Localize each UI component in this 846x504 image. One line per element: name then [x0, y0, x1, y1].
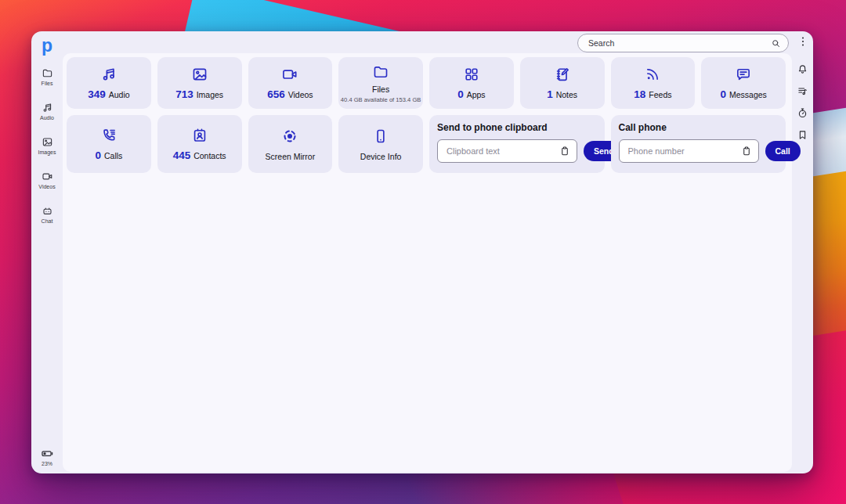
message-icon	[735, 66, 752, 83]
card-label: Apps	[467, 90, 486, 99]
sidebar-item-videos[interactable]: Videos	[38, 171, 55, 189]
battery-percent: 23%	[42, 461, 52, 466]
card-count: 713	[175, 88, 193, 100]
sidebar-item-images[interactable]: Images	[38, 136, 56, 155]
card-count: 0	[720, 88, 726, 100]
card-label: Feeds	[649, 90, 671, 99]
image-icon	[42, 136, 53, 148]
card-audio[interactable]: 349Audio	[67, 57, 151, 109]
playlist-music-icon	[797, 85, 808, 97]
app-logo: p	[42, 35, 52, 56]
right-sidebar	[792, 31, 813, 473]
sidebar-item-label: Videos	[38, 184, 55, 189]
card-feeds[interactable]: 18Feeds	[611, 57, 696, 109]
sidebar-item-label: Images	[38, 149, 56, 155]
send-clipboard-panel: Send to phone clipboard Send	[429, 115, 605, 173]
card-contacts[interactable]: 445Contacts	[157, 115, 242, 173]
card-count: 349	[88, 88, 106, 100]
card-device-info[interactable]: Device Info	[338, 115, 423, 173]
toolbar-item-bookmarks[interactable]	[797, 129, 808, 141]
card-label: Images	[197, 90, 223, 99]
app-window: p Search FilesAudioImagesVideosChat 23% …	[31, 31, 813, 473]
contact-card-icon	[191, 127, 208, 144]
call-button[interactable]: Call	[765, 141, 801, 161]
search-icon	[771, 38, 781, 49]
card-label: Screen Mirror	[266, 152, 316, 161]
sidebar-item-label: Audio	[40, 115, 54, 121]
apps-grid-icon	[463, 66, 480, 83]
card-notes[interactable]: 1Notes	[520, 57, 605, 109]
card-label: Notes	[556, 90, 577, 99]
sidebar-item-files[interactable]: Files	[42, 67, 53, 86]
sidebar-item-chat[interactable]: Chat	[42, 205, 53, 224]
card-videos[interactable]: 656Videos	[248, 57, 333, 109]
folder-icon	[372, 63, 389, 81]
rss-icon	[644, 66, 661, 83]
battery-status: 23%	[41, 447, 54, 466]
card-screen-mirror[interactable]: Screen Mirror	[248, 115, 333, 173]
card-calls[interactable]: 0Calls	[67, 115, 151, 173]
device-info-icon	[372, 128, 389, 145]
card-count: 445	[173, 149, 191, 161]
image-icon	[191, 66, 208, 83]
sidebar-item-label: Chat	[42, 218, 53, 224]
sidebar-item-audio[interactable]: Audio	[40, 102, 54, 121]
toolbar-item-notifications[interactable]	[797, 63, 808, 75]
card-sublabel: 40.4 GB available of 153.4 GB	[341, 96, 421, 103]
card-images[interactable]: 713Images	[157, 57, 242, 109]
search-placeholder: Search	[588, 38, 771, 48]
stopwatch-icon	[797, 107, 808, 119]
card-count: 0	[457, 88, 464, 100]
card-label: Messages	[729, 90, 767, 99]
card-label: Files	[372, 85, 389, 94]
video-camera-icon	[281, 66, 298, 83]
card-count: 18	[634, 88, 645, 100]
card-messages[interactable]: 0Messages	[701, 57, 786, 109]
card-count: 656	[267, 88, 285, 100]
toolbar-item-media-queue[interactable]	[797, 85, 808, 97]
screen-mirror-icon	[281, 128, 298, 145]
phone-number-field[interactable]	[619, 139, 759, 163]
card-label: Videos	[288, 90, 313, 99]
send-clipboard-title: Send to phone clipboard	[437, 122, 597, 133]
clipboard-text-field[interactable]	[437, 139, 577, 163]
card-count: 1	[547, 88, 553, 100]
battery-icon	[41, 447, 54, 460]
robot-chat-icon	[42, 205, 53, 217]
card-apps[interactable]: 0Apps	[429, 57, 514, 109]
bell-icon	[797, 63, 808, 75]
video-camera-icon	[42, 171, 53, 182]
left-sidebar: FilesAudioImagesVideosChat 23%	[31, 59, 63, 473]
note-edit-icon	[554, 66, 571, 83]
overflow-menu-button[interactable]	[797, 35, 809, 51]
card-label: Contacts	[193, 151, 226, 160]
clipboard-text-input[interactable]	[445, 146, 559, 157]
main-content: 349Audio713Images656VideosFiles40.4 GB a…	[63, 53, 792, 472]
search-bar[interactable]: Search	[577, 34, 789, 52]
toolbar-item-timer[interactable]	[797, 107, 808, 119]
music-note-icon	[100, 66, 118, 83]
sidebar-item-label: Files	[42, 81, 53, 86]
call-phone-title: Call phone	[619, 122, 779, 133]
card-label: Audio	[109, 90, 130, 99]
card-label: Device Info	[360, 152, 402, 161]
kebab-menu-icon	[797, 35, 809, 48]
call-phone-panel: Call phone Call	[611, 115, 786, 173]
phone-lines-icon	[100, 127, 118, 144]
music-note-icon	[42, 102, 53, 113]
card-label: Calls	[104, 151, 122, 160]
clipboard-icon[interactable]	[741, 146, 752, 157]
card-files[interactable]: Files40.4 GB available of 153.4 GB	[338, 57, 423, 109]
bookmark-icon	[797, 129, 808, 141]
clipboard-icon[interactable]	[559, 146, 570, 157]
folder-icon	[42, 67, 53, 79]
phone-number-input[interactable]	[627, 146, 741, 157]
card-count: 0	[95, 149, 101, 161]
